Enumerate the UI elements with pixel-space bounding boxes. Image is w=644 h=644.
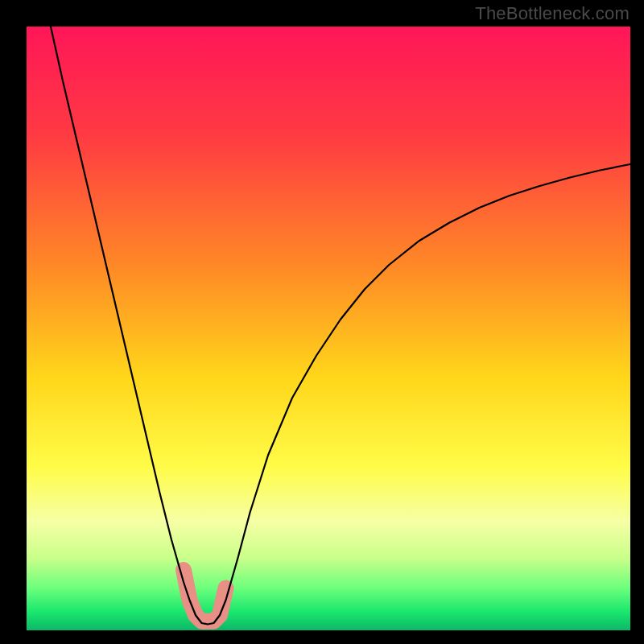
outer-frame: TheBottleneck.com xyxy=(0,0,644,644)
watermark-text: TheBottleneck.com xyxy=(475,3,630,24)
gradient-background xyxy=(27,27,630,630)
chart-svg xyxy=(27,27,630,630)
plot-area xyxy=(27,27,630,630)
